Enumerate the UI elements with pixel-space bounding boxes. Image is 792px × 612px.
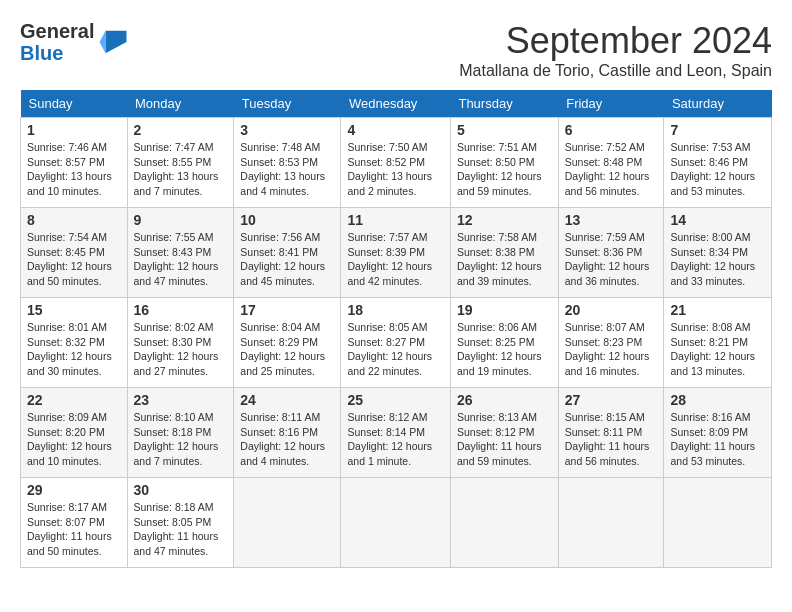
day-number: 20: [565, 302, 658, 318]
calendar-cell: 6Sunrise: 7:52 AM Sunset: 8:48 PM Daylig…: [558, 118, 664, 208]
day-number: 26: [457, 392, 552, 408]
logo-general: General: [20, 20, 94, 42]
day-info: Sunrise: 7:47 AM Sunset: 8:55 PM Dayligh…: [134, 140, 228, 199]
day-info: Sunrise: 8:12 AM Sunset: 8:14 PM Dayligh…: [347, 410, 444, 469]
header-wednesday: Wednesday: [341, 90, 451, 118]
title-section: September 2024 Matallana de Torio, Casti…: [459, 20, 772, 80]
day-info: Sunrise: 7:59 AM Sunset: 8:36 PM Dayligh…: [565, 230, 658, 289]
day-number: 11: [347, 212, 444, 228]
day-number: 27: [565, 392, 658, 408]
calendar-cell: 21Sunrise: 8:08 AM Sunset: 8:21 PM Dayli…: [664, 298, 772, 388]
week-row-1: 1Sunrise: 7:46 AM Sunset: 8:57 PM Daylig…: [21, 118, 772, 208]
calendar-cell: 18Sunrise: 8:05 AM Sunset: 8:27 PM Dayli…: [341, 298, 451, 388]
calendar-cell: 7Sunrise: 7:53 AM Sunset: 8:46 PM Daylig…: [664, 118, 772, 208]
logo-blue: Blue: [20, 42, 94, 64]
day-info: Sunrise: 7:56 AM Sunset: 8:41 PM Dayligh…: [240, 230, 334, 289]
calendar-cell: 30Sunrise: 8:18 AM Sunset: 8:05 PM Dayli…: [127, 478, 234, 568]
header-sunday: Sunday: [21, 90, 128, 118]
logo-icon: [98, 27, 128, 57]
week-row-5: 29Sunrise: 8:17 AM Sunset: 8:07 PM Dayli…: [21, 478, 772, 568]
day-number: 29: [27, 482, 121, 498]
calendar-cell: 14Sunrise: 8:00 AM Sunset: 8:34 PM Dayli…: [664, 208, 772, 298]
day-number: 10: [240, 212, 334, 228]
calendar-cell: [234, 478, 341, 568]
logo-text: General Blue: [20, 20, 94, 64]
day-info: Sunrise: 8:06 AM Sunset: 8:25 PM Dayligh…: [457, 320, 552, 379]
svg-marker-0: [106, 31, 127, 54]
header-saturday: Saturday: [664, 90, 772, 118]
calendar-cell: 5Sunrise: 7:51 AM Sunset: 8:50 PM Daylig…: [450, 118, 558, 208]
day-number: 12: [457, 212, 552, 228]
calendar-cell: [664, 478, 772, 568]
calendar-cell: 13Sunrise: 7:59 AM Sunset: 8:36 PM Dayli…: [558, 208, 664, 298]
day-info: Sunrise: 8:07 AM Sunset: 8:23 PM Dayligh…: [565, 320, 658, 379]
day-number: 3: [240, 122, 334, 138]
day-info: Sunrise: 8:05 AM Sunset: 8:27 PM Dayligh…: [347, 320, 444, 379]
day-info: Sunrise: 8:13 AM Sunset: 8:12 PM Dayligh…: [457, 410, 552, 469]
day-number: 19: [457, 302, 552, 318]
day-number: 17: [240, 302, 334, 318]
day-info: Sunrise: 8:02 AM Sunset: 8:30 PM Dayligh…: [134, 320, 228, 379]
header-thursday: Thursday: [450, 90, 558, 118]
day-number: 30: [134, 482, 228, 498]
day-info: Sunrise: 7:54 AM Sunset: 8:45 PM Dayligh…: [27, 230, 121, 289]
week-row-3: 15Sunrise: 8:01 AM Sunset: 8:32 PM Dayli…: [21, 298, 772, 388]
day-number: 22: [27, 392, 121, 408]
day-info: Sunrise: 7:57 AM Sunset: 8:39 PM Dayligh…: [347, 230, 444, 289]
calendar-cell: 23Sunrise: 8:10 AM Sunset: 8:18 PM Dayli…: [127, 388, 234, 478]
calendar-cell: 10Sunrise: 7:56 AM Sunset: 8:41 PM Dayli…: [234, 208, 341, 298]
day-number: 8: [27, 212, 121, 228]
day-number: 24: [240, 392, 334, 408]
week-row-2: 8Sunrise: 7:54 AM Sunset: 8:45 PM Daylig…: [21, 208, 772, 298]
calendar-header-row: SundayMondayTuesdayWednesdayThursdayFrid…: [21, 90, 772, 118]
header-tuesday: Tuesday: [234, 90, 341, 118]
calendar-cell: 15Sunrise: 8:01 AM Sunset: 8:32 PM Dayli…: [21, 298, 128, 388]
day-number: 15: [27, 302, 121, 318]
day-number: 18: [347, 302, 444, 318]
day-info: Sunrise: 8:15 AM Sunset: 8:11 PM Dayligh…: [565, 410, 658, 469]
day-info: Sunrise: 8:04 AM Sunset: 8:29 PM Dayligh…: [240, 320, 334, 379]
location-title: Matallana de Torio, Castille and Leon, S…: [459, 62, 772, 80]
calendar-cell: 17Sunrise: 8:04 AM Sunset: 8:29 PM Dayli…: [234, 298, 341, 388]
header-friday: Friday: [558, 90, 664, 118]
day-number: 21: [670, 302, 765, 318]
day-info: Sunrise: 7:51 AM Sunset: 8:50 PM Dayligh…: [457, 140, 552, 199]
day-info: Sunrise: 8:01 AM Sunset: 8:32 PM Dayligh…: [27, 320, 121, 379]
calendar-cell: 12Sunrise: 7:58 AM Sunset: 8:38 PM Dayli…: [450, 208, 558, 298]
day-number: 4: [347, 122, 444, 138]
calendar-cell: 1Sunrise: 7:46 AM Sunset: 8:57 PM Daylig…: [21, 118, 128, 208]
day-info: Sunrise: 7:50 AM Sunset: 8:52 PM Dayligh…: [347, 140, 444, 199]
calendar-cell: 27Sunrise: 8:15 AM Sunset: 8:11 PM Dayli…: [558, 388, 664, 478]
day-number: 16: [134, 302, 228, 318]
page-header: General Blue September 2024 Matallana de…: [20, 20, 772, 80]
calendar-cell: [341, 478, 451, 568]
day-info: Sunrise: 8:18 AM Sunset: 8:05 PM Dayligh…: [134, 500, 228, 559]
calendar-cell: 22Sunrise: 8:09 AM Sunset: 8:20 PM Dayli…: [21, 388, 128, 478]
calendar-cell: 9Sunrise: 7:55 AM Sunset: 8:43 PM Daylig…: [127, 208, 234, 298]
day-info: Sunrise: 7:46 AM Sunset: 8:57 PM Dayligh…: [27, 140, 121, 199]
svg-marker-1: [100, 31, 106, 54]
day-number: 5: [457, 122, 552, 138]
day-info: Sunrise: 8:10 AM Sunset: 8:18 PM Dayligh…: [134, 410, 228, 469]
calendar-cell: [558, 478, 664, 568]
calendar-table: SundayMondayTuesdayWednesdayThursdayFrid…: [20, 90, 772, 568]
day-info: Sunrise: 8:00 AM Sunset: 8:34 PM Dayligh…: [670, 230, 765, 289]
day-number: 7: [670, 122, 765, 138]
calendar-cell: 19Sunrise: 8:06 AM Sunset: 8:25 PM Dayli…: [450, 298, 558, 388]
day-number: 28: [670, 392, 765, 408]
header-monday: Monday: [127, 90, 234, 118]
day-number: 14: [670, 212, 765, 228]
day-info: Sunrise: 8:17 AM Sunset: 8:07 PM Dayligh…: [27, 500, 121, 559]
calendar-cell: 16Sunrise: 8:02 AM Sunset: 8:30 PM Dayli…: [127, 298, 234, 388]
calendar-cell: 11Sunrise: 7:57 AM Sunset: 8:39 PM Dayli…: [341, 208, 451, 298]
calendar-cell: [450, 478, 558, 568]
calendar-cell: 20Sunrise: 8:07 AM Sunset: 8:23 PM Dayli…: [558, 298, 664, 388]
day-info: Sunrise: 7:55 AM Sunset: 8:43 PM Dayligh…: [134, 230, 228, 289]
calendar-cell: 24Sunrise: 8:11 AM Sunset: 8:16 PM Dayli…: [234, 388, 341, 478]
calendar-cell: 28Sunrise: 8:16 AM Sunset: 8:09 PM Dayli…: [664, 388, 772, 478]
calendar-cell: 25Sunrise: 8:12 AM Sunset: 8:14 PM Dayli…: [341, 388, 451, 478]
calendar-cell: 29Sunrise: 8:17 AM Sunset: 8:07 PM Dayli…: [21, 478, 128, 568]
day-info: Sunrise: 7:58 AM Sunset: 8:38 PM Dayligh…: [457, 230, 552, 289]
day-number: 1: [27, 122, 121, 138]
calendar-cell: 4Sunrise: 7:50 AM Sunset: 8:52 PM Daylig…: [341, 118, 451, 208]
